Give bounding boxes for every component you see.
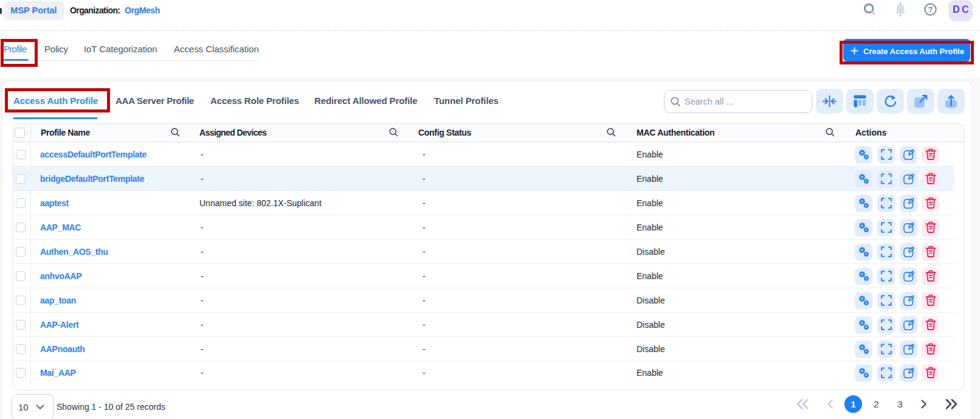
svg-text:?: ? bbox=[928, 5, 933, 14]
